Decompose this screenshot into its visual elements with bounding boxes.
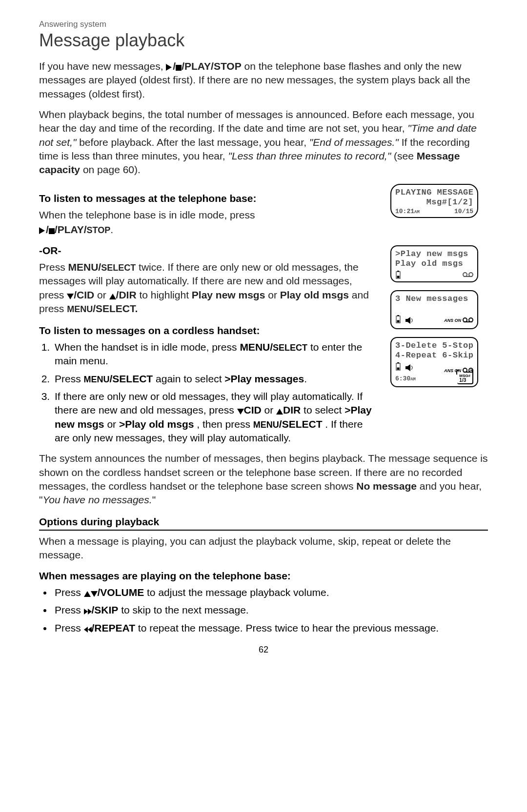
text: or (264, 404, 277, 416)
speaker-icon (405, 317, 414, 324)
lcd-date: 10/15 (454, 208, 473, 215)
lcd-screen-new-messages: 3 New messages ANS ON (390, 290, 478, 329)
two-column-section: To listen to messages at the telephone b… (39, 184, 488, 452)
lcd-status-row: 10:21AM 10/15 (395, 208, 473, 215)
text: If you have new messages, (39, 60, 166, 72)
text: on page 60). (83, 164, 141, 175)
lcd-time: 10:21AM (395, 208, 420, 215)
ans-on-label: ANS ON (444, 318, 461, 323)
select-smallcaps: SELECT (101, 263, 136, 273)
select-key: /SELECT (110, 373, 153, 384)
menu-smallcaps: MENU (67, 304, 93, 314)
or-separator: -OR- (39, 244, 379, 257)
options-head: Options during playback (39, 515, 488, 531)
text: before playback. After the last message,… (79, 137, 309, 148)
option-skip: Press /SKIP to skip to the next message. (53, 603, 488, 617)
text: to skip to the next message. (121, 604, 248, 615)
up-arrow-icon (84, 591, 91, 597)
no-message-paragraph: The system announces the number of messa… (39, 452, 488, 507)
text: (see (394, 150, 417, 161)
down-arrow-icon (237, 409, 244, 415)
select-smallcaps: SELECT (273, 343, 307, 353)
intro-paragraph-2: When playback begins, the total number o… (39, 108, 488, 177)
speaker-icon (405, 364, 414, 371)
down-arrow-icon (67, 294, 74, 299)
play-messages-option: >Play messages (224, 373, 304, 384)
cid-key: CID (244, 404, 262, 416)
lcd-line: Play old msgs (395, 259, 473, 269)
select-key: /SELECT. (93, 303, 138, 314)
lcd-screen-playback-options: 3-Delete 5-Stop 4-Repeat 6-Skip ANS ON 6… (390, 337, 478, 388)
text: Press (39, 261, 68, 273)
lcd-icon-row: ANS ON (395, 313, 473, 326)
base-line-2: //PLAY/STOP. (39, 223, 379, 237)
option-repeat: Press /REPEAT to repeat the message. Pre… (53, 621, 488, 635)
text: or (97, 289, 109, 300)
menu-key: MENU/ (68, 261, 101, 273)
stop-icon (176, 65, 182, 71)
dir-key: DIR (283, 404, 301, 416)
select-key: /SELECT (279, 418, 323, 430)
cid-key: /CID (74, 289, 94, 300)
up-arrow-icon (276, 409, 283, 415)
lcd-line: 3 New messages (395, 294, 473, 304)
text: , then press (197, 418, 253, 430)
left-icons (395, 362, 414, 374)
text: When the handset is in idle mode, press (55, 341, 240, 353)
lcd-line: 3-Delete 5-Stop (395, 341, 473, 351)
listen-handset-head: To listen to messages on a cordless hand… (39, 324, 379, 337)
period: . (304, 373, 307, 384)
play-icon (166, 64, 173, 71)
text: to highlight (139, 289, 191, 300)
lcd-screen-menu: >Play new msgs Play old msgs (390, 245, 478, 283)
no-message-bold: No message (356, 480, 417, 492)
text: or (107, 418, 119, 430)
text: Press (55, 604, 84, 615)
play-key: /PLAY/ (55, 224, 87, 235)
text: to adjust the message playback volume. (147, 587, 329, 598)
text: again to select (156, 373, 224, 384)
text: " (152, 494, 156, 505)
options-subhead: When messages are playing on the telepho… (39, 569, 488, 583)
lcd-line: Msg#[1/2] (395, 198, 473, 207)
tape-icon (463, 272, 473, 278)
options-list: Press /VOLUME to adjust the message play… (39, 586, 488, 635)
lcd-line: 4-Repeat 6-Skip (395, 351, 473, 360)
fast-forward-icon (84, 609, 92, 614)
down-arrow-icon (91, 591, 98, 597)
listen-base-head: To listen to messages at the telephone b… (39, 192, 379, 205)
no-messages-quote: You have no messages. (42, 494, 152, 505)
menu-smallcaps: MENU (253, 420, 279, 430)
page-title: Message playback (39, 30, 488, 51)
left-column: To listen to messages at the telephone b… (39, 184, 379, 452)
stop-icon (49, 228, 55, 234)
menu-key: MENU/ (240, 341, 273, 353)
option-volume: Press /VOLUME to adjust the message play… (53, 586, 488, 599)
msg-count-box: MSG# 1/3 (457, 373, 473, 384)
up-arrow-icon (109, 294, 116, 299)
lcd-line: >Play new msgs (395, 249, 473, 259)
tape-icon (463, 317, 473, 323)
lcd-time: 6:30AM (395, 375, 416, 382)
battery-icon (395, 362, 401, 371)
step-2: Press MENU/SELECT again to select >Play … (53, 372, 379, 386)
rewind-icon (84, 627, 92, 633)
spacer (395, 304, 473, 313)
text: Press (55, 373, 84, 384)
intro-paragraph-1: If you have new messages, //PLAY/STOP on… (39, 59, 488, 101)
text: Press (55, 587, 84, 598)
lcd-line: PLAYING MESSAGE (395, 188, 473, 198)
lcd-icon-row: ANS ON (395, 360, 473, 374)
handset-steps: When the handset is in idle mode, press … (39, 340, 379, 445)
stop-smallcaps: STOP (87, 225, 111, 235)
left-icons (395, 315, 414, 326)
dir-key: /DIR (116, 289, 137, 300)
play-old-msgs: >Play old msgs (119, 418, 194, 430)
options-intro: When a message is playing, you can adjus… (39, 535, 488, 562)
quote-less-than-three: "Less than three minutes to record," (228, 150, 391, 161)
right-icons: ANS ON (444, 317, 473, 323)
manual-page: Answering system Message playback If you… (20, 0, 507, 674)
play-new-msgs: Play new msgs (192, 289, 265, 300)
text: or (268, 289, 280, 300)
volume-key: /VOLUME (98, 587, 144, 598)
